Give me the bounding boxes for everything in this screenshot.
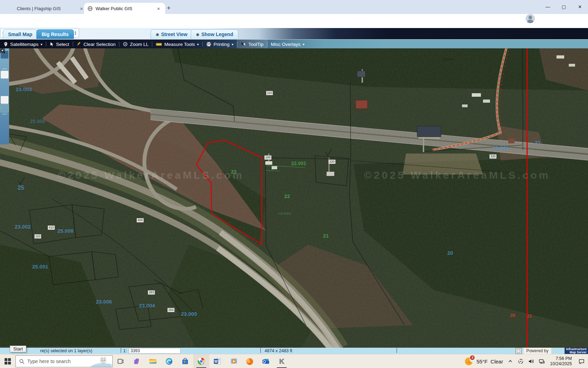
search-placeholder: Type here to search (27, 359, 71, 364)
menu-item-label: Zoom LL (130, 42, 148, 47)
weather-widget[interactable]: 3 55°F Clear (462, 357, 505, 366)
file-explorer-icon[interactable] (145, 354, 161, 368)
browser-titlebar: Clients | Flagship GIS × Walker Public G… (0, 0, 588, 14)
previous-extent-tool-icon[interactable] (1, 116, 8, 124)
menu-item-label: Measure Tools (164, 42, 195, 47)
profile-avatar[interactable] (526, 14, 535, 23)
menu-item-tooltip[interactable]: ToolTip (237, 40, 267, 49)
gear-icon: ✱ (156, 33, 159, 37)
menu-item-clear-selection[interactable]: Clear Selection (73, 40, 119, 49)
word-icon[interactable]: W (209, 354, 225, 368)
window-maximize-button[interactable]: ▢ (556, 0, 572, 13)
microsoft-store-icon[interactable] (177, 354, 193, 368)
firefox-icon[interactable] (241, 354, 258, 368)
map-viewport[interactable]: 23.00325.0082523.00225.00825.00123.00623… (0, 48, 588, 348)
map-server-icon (516, 348, 522, 354)
windows-logo-icon (5, 358, 11, 364)
movies-tv-icon[interactable] (225, 354, 241, 368)
copilot-icon[interactable] (129, 354, 145, 368)
tooltip-cursors-icon (241, 42, 246, 47)
window-minimize-button[interactable]: — (540, 0, 556, 13)
tool-divider (2, 114, 7, 114)
menu-item-satellitemaps[interactable]: Satellitemaps▾ (0, 40, 46, 49)
menu-item-label: Misc Overlays (271, 42, 301, 47)
weather-moon-icon: 3 (464, 357, 474, 366)
target-icon (123, 42, 128, 47)
tray-expand-chevron-icon[interactable] (505, 354, 516, 368)
menu-item-printing[interactable]: Printing▾ (203, 40, 237, 49)
brand-line2: Map Server (566, 351, 587, 354)
windows-taskbar: Type here to search W (0, 354, 588, 368)
tool-divider (2, 69, 7, 69)
weather-text: 55°F Clear (476, 359, 503, 364)
tray-date: 10/24/2025 (550, 361, 572, 367)
taskbar-search-input[interactable]: Type here to search (15, 355, 113, 367)
street-view-button[interactable]: ✱Street View (150, 29, 192, 39)
menu-item-select[interactable]: Select (46, 40, 73, 49)
close-tab-icon[interactable]: × (155, 6, 162, 12)
search-highlight-image[interactable] (90, 356, 112, 367)
gis-menubar: Satellitemaps▾SelectClear SelectionZoom … (0, 39, 588, 49)
street-view-label: Street View (161, 32, 187, 37)
zoom-out-tool-icon[interactable] (1, 88, 8, 95)
k-app-icon[interactable]: K (274, 354, 290, 368)
taskbar-clock[interactable]: 7:56 PM 10/24/2025 (547, 356, 575, 367)
big-results-button[interactable]: Big Results (36, 29, 74, 39)
zoom-in-tool-icon[interactable] (1, 79, 8, 87)
new-tab-button[interactable]: + (164, 4, 173, 13)
status-divider (121, 348, 121, 353)
menu-item-measure-tools[interactable]: Measure Tools▾ (152, 40, 202, 49)
edge-icon[interactable] (161, 354, 177, 368)
tab-walker-public-gis[interactable]: Walker Public GIS × (84, 3, 165, 14)
small-map-button[interactable]: Small Map (3, 29, 37, 39)
window-close-button[interactable]: ✕ (572, 0, 588, 13)
menu-item-label: ToolTip (248, 42, 264, 47)
map-tool-strip (0, 48, 9, 144)
selection-status-text: re(s) selected on 1 layer(s) (40, 348, 92, 353)
gis-header-bar: Small Map Big Results County Overlays ▲▼… (0, 28, 588, 39)
network-icon[interactable] (537, 354, 547, 368)
show-legend-button[interactable]: ✱Show Legend (191, 29, 238, 39)
printer-icon (206, 42, 211, 47)
infrastructure-map-server-logo: Infrastructure Map Server (565, 348, 588, 354)
powered-by-text: Powered by (524, 348, 551, 354)
tab-title: Walker Public GIS (96, 6, 132, 11)
menu-item-label: Satellitemaps (10, 42, 38, 47)
scale-input[interactable] (129, 348, 181, 354)
status-divider (397, 348, 397, 353)
status-divider (260, 348, 261, 353)
globe-icon (88, 6, 93, 11)
start-button[interactable] (0, 354, 15, 368)
outlook-icon[interactable] (258, 354, 274, 368)
cursor-icon (50, 42, 54, 47)
extent-text: 4874 x 2483 ft (265, 348, 292, 353)
map-pin-icon (4, 42, 8, 47)
menu-item-zoom-ll[interactable]: Zoom LL (119, 40, 152, 49)
zoom-box-tool-icon[interactable] (1, 71, 8, 79)
start-button-tooltip: Start (10, 346, 26, 352)
browser-toolbar: ← → ⟳ alabamagis.com/Walker/frameset.cfm… (0, 14, 588, 28)
action-center-icon[interactable] (575, 354, 588, 368)
gear-icon: ✱ (196, 33, 199, 37)
menu-item-misc-overlays[interactable]: Misc Overlays▾ (267, 40, 308, 49)
pan-hand-tool-icon[interactable] (1, 59, 8, 67)
task-view-button[interactable] (113, 354, 129, 368)
volume-icon[interactable] (526, 354, 537, 368)
gis-status-bar: Start re(s) selected on 1 layer(s) 1: 48… (0, 348, 588, 354)
select-updown-icon: ▲▼ (74, 30, 77, 35)
next-extent-tool-icon[interactable] (1, 124, 8, 132)
satellite-map-graphic (0, 48, 588, 348)
show-legend-label: Show Legend (201, 32, 233, 37)
chrome-icon[interactable] (193, 354, 209, 368)
full-extent-tool-icon[interactable] (1, 96, 8, 104)
chevron-down-icon: ▾ (41, 42, 42, 46)
chevron-down-icon: ▾ (303, 42, 304, 46)
zoom-selection-tool-icon[interactable] (1, 104, 8, 112)
tab-clients-flagship[interactable]: Clients | Flagship GIS × (7, 3, 88, 14)
tray-time: 7:56 PM (550, 356, 572, 361)
meet-now-icon[interactable] (516, 354, 526, 368)
chevron-down-icon: ▾ (197, 42, 199, 46)
menu-item-label: Clear Selection (84, 42, 116, 47)
tab-title: Clients | Flagship GIS (17, 6, 61, 11)
svg-text:W: W (214, 360, 218, 363)
